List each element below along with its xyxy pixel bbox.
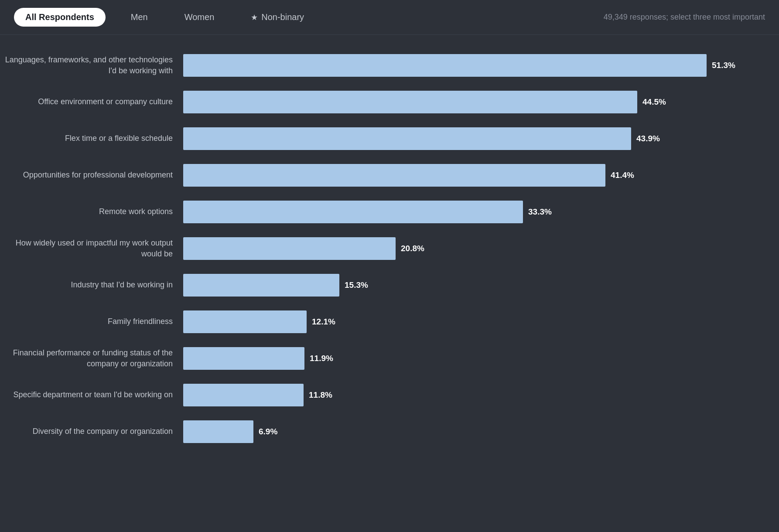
chart-label: Diversity of the company or organization: [0, 426, 183, 437]
chart-row: Languages, frameworks, and other technol…: [0, 52, 753, 78]
bar: [183, 201, 523, 223]
chart-label: Industry that I'd be working in: [0, 280, 183, 290]
bar: [183, 347, 304, 370]
bar-area: 15.3%: [183, 274, 753, 297]
bar: [183, 54, 707, 77]
bar-area: 11.9%: [183, 347, 753, 370]
chart-row: Industry that I'd be working in15.3%: [0, 272, 753, 298]
bar-area: 20.8%: [183, 237, 753, 260]
chart-row: Specific department or team I'd be worki…: [0, 382, 753, 408]
bar: [183, 127, 631, 150]
chart-row: How widely used or impactful my work out…: [0, 235, 753, 262]
chart-row: Remote work options33.3%: [0, 199, 753, 225]
chart-label: Opportunities for professional developme…: [0, 170, 183, 181]
chart-label: Office environment or company culture: [0, 96, 183, 107]
bar: [183, 91, 637, 113]
bar-value: 15.3%: [345, 280, 368, 290]
bar-value: 12.1%: [312, 317, 335, 327]
bar-value: 11.8%: [309, 390, 332, 400]
bar-value: 6.9%: [259, 427, 277, 437]
chart-label: Financial performance or funding status …: [0, 348, 183, 369]
bar-area: 11.8%: [183, 384, 753, 406]
bar-value: 43.9%: [636, 134, 660, 143]
bar: [183, 384, 304, 406]
bar-value: 11.9%: [310, 354, 333, 363]
tab-men[interactable]: Men: [120, 8, 159, 27]
chart-label: Specific department or team I'd be worki…: [0, 389, 183, 400]
tab-women[interactable]: Women: [173, 8, 226, 27]
bar: [183, 164, 605, 187]
chart-row: Flex time or a flexible schedule43.9%: [0, 126, 753, 152]
bar-value: 20.8%: [401, 244, 424, 253]
bar-area: 12.1%: [183, 310, 753, 333]
bar: [183, 237, 396, 260]
chart-label: Remote work options: [0, 206, 183, 217]
chart-label: Languages, frameworks, and other technol…: [0, 55, 183, 76]
bar: [183, 274, 339, 297]
chart-row: Family friendliness12.1%: [0, 309, 753, 335]
bar-value: 51.3%: [712, 61, 735, 70]
chart-label: Flex time or a flexible schedule: [0, 133, 183, 144]
chart-row: Opportunities for professional developme…: [0, 162, 753, 188]
chart-row: Diversity of the company or organization…: [0, 419, 753, 445]
bar-area: 43.9%: [183, 127, 753, 150]
bar-value: 41.4%: [611, 171, 634, 180]
tab-non-binary-label: Non-binary: [261, 12, 304, 22]
star-icon: ★: [251, 13, 258, 22]
response-count: 49,349 responses; select three most impo…: [604, 13, 765, 22]
chart-label: Family friendliness: [0, 316, 183, 327]
tab-all-respondents[interactable]: All Respondents: [14, 8, 106, 27]
bar-area: 51.3%: [183, 54, 753, 77]
tab-non-binary[interactable]: ★ Non-binary: [239, 8, 315, 27]
bar: [183, 420, 253, 443]
bar-area: 41.4%: [183, 164, 753, 187]
bar: [183, 310, 307, 333]
bar-value: 44.5%: [642, 97, 666, 107]
tab-bar: All Respondents Men Women ★ Non-binary 4…: [0, 0, 779, 35]
bar-area: 44.5%: [183, 91, 753, 113]
chart-container: Languages, frameworks, and other technol…: [0, 35, 779, 473]
chart-row: Financial performance or funding status …: [0, 345, 753, 372]
chart-label: How widely used or impactful my work out…: [0, 238, 183, 259]
chart-row: Office environment or company culture44.…: [0, 89, 753, 115]
bar-area: 33.3%: [183, 201, 753, 223]
bar-value: 33.3%: [528, 207, 552, 217]
bar-area: 6.9%: [183, 420, 753, 443]
